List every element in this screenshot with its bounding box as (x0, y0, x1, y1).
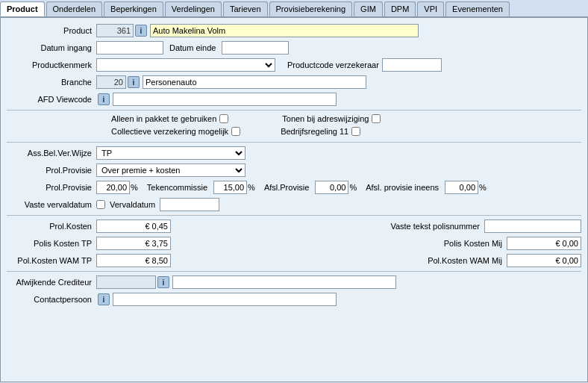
afwijkende-crediteur-field[interactable] (96, 275, 156, 289)
prol-provisie-method-row: Prol.Provisie Over premie + kosten (7, 164, 581, 177)
polis-kosten-mij-field[interactable] (507, 237, 581, 250)
tonen-bij-adreswijziging-label: Tonen bij adreswijziging (282, 114, 381, 123)
product-row: Product i (7, 24, 581, 37)
pol-kosten-wam-tp-label: Pol.Kosten WAM TP (7, 256, 96, 265)
afsl-provisie-ineens-label: Afsl. provisie ineens (366, 183, 439, 192)
prol-provisie-method-label: Prol.Provisie (7, 166, 96, 175)
pol-kosten-wam-tp-row: Pol.Kosten WAM TP Pol.Kosten WAM Mij (7, 254, 581, 267)
datum-ingang-label: Datum ingang (7, 43, 96, 52)
branche-name-field[interactable] (143, 75, 366, 89)
datum-row: Datum ingang Datum einde (7, 41, 581, 55)
product-name-field[interactable] (150, 24, 419, 37)
product-label: Product (7, 26, 96, 35)
productcode-verzekeraar-field[interactable] (382, 58, 442, 72)
polis-kosten-tp-row: Polis Kosten TP Polis Kosten Mij (7, 237, 581, 250)
ass-bel-ver-wijze-label: Ass.Bel.Ver.Wijze (7, 149, 96, 158)
tab-vpi[interactable]: VPI (417, 1, 444, 16)
afwijkende-crediteur-label: Afwijkende Crediteur (7, 278, 96, 287)
bedrijfsregeling-11-checkbox[interactable] (351, 127, 360, 136)
vervaldatum-label: Vervaldatum (110, 200, 155, 209)
afwijkende-crediteur-info-button[interactable]: i (157, 276, 169, 288)
prol-provisie-pct-field[interactable] (96, 181, 130, 194)
checkbox-row-2: Collectieve verzekering mogelijk Bedrijf… (7, 127, 581, 136)
contactpersoon-label: Contactpersoon (7, 295, 96, 304)
tab-evenementen[interactable]: Evenementen (445, 1, 510, 16)
afsl-provisie-pct-symbol: % (349, 183, 357, 192)
pol-kosten-wam-tp-field[interactable] (96, 254, 171, 267)
bedrijfsregeling-11-label: Bedrijfsregeling 11 (281, 127, 360, 136)
pol-kosten-wam-mij-field[interactable] (507, 254, 581, 267)
collectieve-verzekering-label: Collectieve verzekering mogelijk (111, 127, 240, 136)
polis-kosten-tp-field[interactable] (96, 237, 171, 250)
tab-dpm[interactable]: DPM (384, 1, 416, 16)
tab-provisieberekening[interactable]: Provisieberekening (269, 1, 353, 16)
vaste-vervaldatum-checkbox[interactable] (96, 200, 105, 209)
afd-viewcode-field[interactable] (113, 93, 337, 106)
branche-label: Branche (7, 78, 96, 87)
polis-kosten-tp-label: Polis Kosten TP (7, 239, 96, 248)
datum-einde-label: Datum einde (169, 43, 216, 52)
afd-viewcode-row: AFD Viewcode i (7, 93, 581, 106)
branche-row: Branche i (7, 75, 581, 89)
tekencommissie-field[interactable] (213, 181, 247, 194)
tab-product[interactable]: Product (0, 1, 45, 16)
product-content: Product i Datum ingang Datum einde Produ… (0, 17, 588, 382)
tekencommissie-label: Tekencommissie (147, 183, 207, 192)
alleen-in-pakket-label: Alleen in pakket te gebruiken (111, 114, 228, 123)
tab-beperkingen[interactable]: Beperkingen (104, 1, 163, 16)
afsl-provisie-label: Afsl.Provisie (264, 183, 310, 192)
vaste-tekst-polisnummer-label: Vaste tekst polisnummer (390, 222, 480, 231)
ass-bel-ver-wijze-row: Ass.Bel.Ver.Wijze TP (7, 146, 581, 160)
afd-viewcode-label: AFD Viewcode (7, 95, 96, 104)
prol-kosten-field[interactable] (96, 219, 171, 233)
branche-id-field[interactable] (96, 75, 126, 89)
datum-einde-field[interactable] (222, 41, 289, 55)
prol-kosten-label: Prol.Kosten (7, 222, 96, 231)
afsl-provisie-ineens-field[interactable] (445, 181, 478, 194)
afsl-provisie-field[interactable] (315, 181, 348, 194)
product-id-field[interactable] (96, 24, 134, 37)
branche-info-button[interactable]: i (128, 76, 140, 88)
tab-gim[interactable]: GIM (354, 1, 383, 16)
alleen-in-pakket-checkbox[interactable] (219, 114, 228, 123)
afwijkende-crediteur-name-field[interactable] (172, 275, 396, 289)
vaste-tekst-polisnummer-field[interactable] (484, 219, 581, 233)
productkenmerk-row: Productkenmerk Productcode verzekeraar (7, 58, 581, 72)
polis-kosten-mij-label: Polis Kosten Mij (444, 239, 502, 248)
productcode-verzekeraar-label: Productcode verzekeraar (287, 60, 379, 69)
tab-onderdelen[interactable]: Onderdelen (46, 1, 103, 16)
tab-verdelingen[interactable]: Verdelingen (165, 1, 222, 16)
pol-kosten-wam-mij-label: Pol.Kosten WAM Mij (428, 256, 502, 265)
prol-kosten-row: Prol.Kosten Vaste tekst polisnummer (7, 219, 581, 233)
tab-tarieven[interactable]: Tarieven (223, 1, 268, 16)
collectieve-verzekering-checkbox[interactable] (231, 127, 240, 136)
afsl-provisie-ineens-pct-symbol: % (479, 183, 487, 192)
tonen-bij-adreswijziging-checkbox[interactable] (372, 114, 381, 123)
vaste-vervaldatum-label: Vaste vervaldatum (7, 200, 96, 209)
prol-provisie-pct-label: Prol.Provisie (7, 183, 96, 192)
prol-provisie-pct-symbol: % (131, 183, 138, 192)
productkenmerk-select[interactable] (96, 58, 275, 72)
prol-provisie-pct-row: Prol.Provisie % Tekencommissie % Afsl.Pr… (7, 181, 581, 194)
contactpersoon-info-button[interactable]: i (98, 293, 110, 305)
tabs-bar: Product Onderdelen Beperkingen Verdeling… (0, 0, 588, 17)
contactpersoon-row: Contactpersoon i (7, 293, 581, 306)
afd-viewcode-info-button[interactable]: i (98, 93, 110, 105)
product-info-button[interactable]: i (135, 25, 147, 37)
checkbox-row-1: Alleen in pakket te gebruiken Tonen bij … (7, 114, 581, 123)
datum-ingang-field[interactable] (96, 41, 163, 55)
ass-bel-ver-wijze-select[interactable]: TP (96, 146, 245, 160)
afwijkende-crediteur-row: Afwijkende Crediteur i (7, 275, 581, 289)
vervaldatum-field[interactable] (160, 198, 219, 211)
productkenmerk-label: Productkenmerk (7, 60, 96, 69)
contactpersoon-field[interactable] (113, 293, 337, 306)
prol-provisie-method-select[interactable]: Over premie + kosten (96, 164, 245, 177)
tekencommissie-pct-symbol: % (248, 183, 255, 192)
vaste-vervaldatum-row: Vaste vervaldatum Vervaldatum (7, 198, 581, 211)
